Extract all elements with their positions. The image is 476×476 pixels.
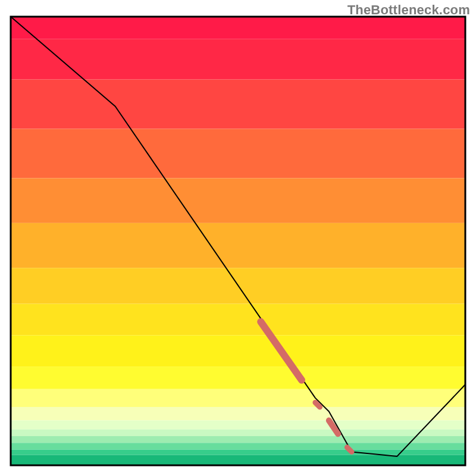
svg-rect-2 [11, 80, 465, 129]
svg-rect-8 [11, 335, 465, 367]
highlight-segment-1 [315, 402, 320, 407]
svg-rect-1 [11, 39, 465, 80]
highlight-segment-3 [347, 447, 352, 452]
svg-rect-7 [11, 304, 465, 336]
svg-rect-5 [11, 223, 465, 268]
svg-rect-13 [11, 430, 465, 436]
svg-rect-14 [11, 436, 465, 443]
svg-rect-0 [11, 17, 465, 39]
svg-rect-10 [11, 389, 465, 407]
svg-rect-16 [11, 450, 465, 455]
chart-container: TheBottleneck.com [0, 0, 476, 476]
svg-rect-15 [11, 443, 465, 449]
svg-rect-9 [11, 367, 465, 389]
svg-rect-12 [11, 421, 465, 430]
bottleneck-chart [0, 0, 476, 476]
svg-rect-4 [11, 178, 465, 223]
svg-rect-11 [11, 407, 465, 421]
svg-rect-3 [11, 129, 465, 178]
